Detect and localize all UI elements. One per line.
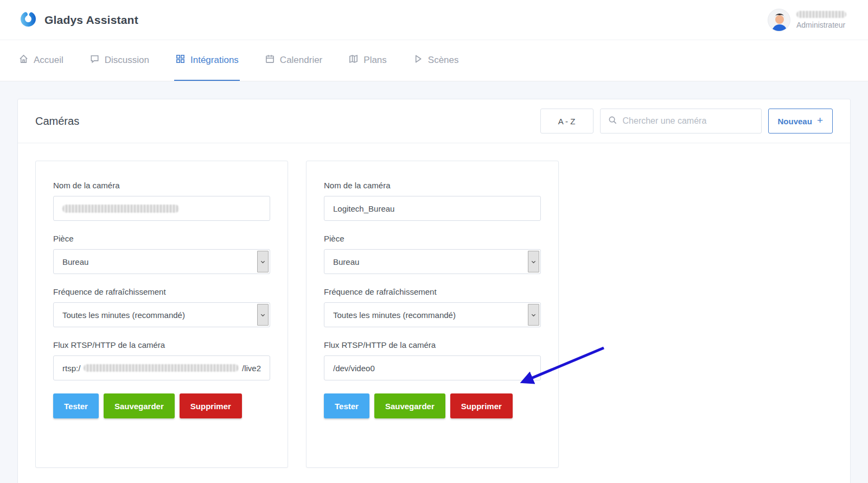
frequency-selected-value: Toutes les minutes (recommandé) <box>333 310 456 320</box>
user-menu[interactable]: Administrateur <box>768 9 846 31</box>
save-button[interactable]: Sauvegarder <box>374 393 445 418</box>
camera1-name-redacted <box>62 205 179 213</box>
home-icon <box>18 54 29 67</box>
app-title: Gladys Assistant <box>44 14 138 27</box>
message-icon <box>90 54 100 67</box>
stream-suffix: /live2 <box>242 364 261 373</box>
cameras-panel: Caméras A - Z Nouveau + <box>17 99 851 483</box>
nav-label: Scènes <box>428 55 459 66</box>
camera-name-label: Nom de la caméra <box>324 181 541 190</box>
delete-button[interactable]: Supprimer <box>180 393 242 418</box>
chevron-down-icon <box>257 304 269 326</box>
chevron-down-icon <box>257 251 269 272</box>
chevron-down-icon <box>528 251 539 272</box>
stream-label: Flux RTSP/HTTP de la caméra <box>53 340 270 349</box>
stream-prefix: rtsp:/ <box>62 364 80 373</box>
frequency-label: Fréquence de rafraîchissement <box>324 287 541 296</box>
new-camera-button[interactable]: Nouveau + <box>768 109 833 134</box>
camera2-name-input[interactable] <box>324 196 541 221</box>
camera1-stream-redacted <box>84 364 239 372</box>
main-nav: Accueil Discussion Intégrations Calendri… <box>0 40 868 81</box>
new-camera-label: Nouveau <box>778 117 812 126</box>
map-icon <box>348 54 359 67</box>
camera-search-input[interactable] <box>623 116 754 126</box>
nav-label: Calendrier <box>280 55 322 66</box>
nav-label: Discussion <box>105 55 149 66</box>
brand[interactable]: Gladys Assistant <box>20 10 138 30</box>
camera2-room-select[interactable]: Bureau <box>324 249 541 274</box>
user-role: Administrateur <box>796 21 846 29</box>
nav-tab-plans[interactable]: Plans <box>347 40 388 81</box>
camera-card-1: Nom de la caméra Pièce Bureau Fréquence … <box>35 161 288 468</box>
chevron-down-icon <box>528 304 539 326</box>
sort-az-button[interactable]: A - Z <box>540 109 593 134</box>
user-avatar <box>768 9 790 31</box>
nav-tab-scenes[interactable]: Scènes <box>412 40 460 81</box>
calendar-icon <box>265 54 275 67</box>
search-icon <box>608 116 617 127</box>
camera-search-box[interactable] <box>600 109 762 134</box>
camera2-frequency-select[interactable]: Toutes les minutes (recommandé) <box>324 302 541 327</box>
nav-tab-discussion[interactable]: Discussion <box>88 40 150 81</box>
nav-tab-accueil[interactable]: Accueil <box>17 40 65 81</box>
user-name-redacted <box>796 11 846 18</box>
nav-label: Accueil <box>34 55 63 66</box>
frequency-selected-value: Toutes les minutes (recommandé) <box>62 310 185 320</box>
camera-name-label: Nom de la caméra <box>53 181 270 190</box>
play-icon <box>413 54 423 67</box>
app-header: Gladys Assistant Administrateur <box>0 0 868 40</box>
test-button[interactable]: Tester <box>324 393 369 418</box>
camera1-name-input[interactable] <box>53 196 270 221</box>
camera1-frequency-select[interactable]: Toutes les minutes (recommandé) <box>53 302 270 327</box>
nav-label: Intégrations <box>190 55 239 66</box>
room-label: Pièce <box>53 234 270 243</box>
camera1-room-select[interactable]: Bureau <box>53 249 270 274</box>
camera1-stream-input[interactable]: rtsp:/ /live2 <box>53 355 270 380</box>
save-button[interactable]: Sauvegarder <box>104 393 175 418</box>
test-button[interactable]: Tester <box>53 393 99 418</box>
page-title: Caméras <box>35 115 79 128</box>
grid-icon <box>175 54 186 67</box>
gladys-logo-icon <box>20 10 37 30</box>
delete-button[interactable]: Supprimer <box>450 393 513 418</box>
plus-icon: + <box>817 115 823 126</box>
room-selected-value: Bureau <box>333 257 359 266</box>
camera2-stream-input[interactable] <box>324 355 541 380</box>
nav-tab-integrations[interactable]: Intégrations <box>174 40 240 81</box>
stream-label: Flux RTSP/HTTP de la caméra <box>324 340 541 349</box>
camera-card-2: Nom de la caméra Pièce Bureau Fréquence … <box>306 161 559 468</box>
frequency-label: Fréquence de rafraîchissement <box>53 287 270 296</box>
cameras-panel-header: Caméras A - Z Nouveau + <box>18 99 850 143</box>
room-label: Pièce <box>324 234 541 243</box>
room-selected-value: Bureau <box>62 257 88 266</box>
nav-tab-calendrier[interactable]: Calendrier <box>264 40 323 81</box>
nav-label: Plans <box>363 55 387 66</box>
